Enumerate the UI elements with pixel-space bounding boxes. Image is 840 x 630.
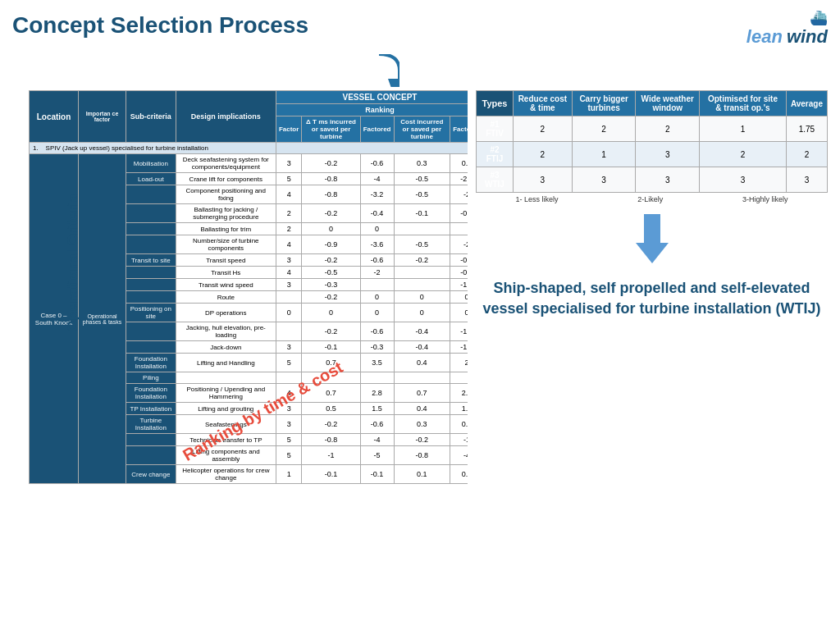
sub-crew: Helicopter operations for crew change	[176, 465, 276, 484]
cat-found: Foundation Installation	[126, 354, 176, 372]
v-n-5: -2	[450, 235, 468, 254]
cat-turb: Turbine Installation	[126, 415, 176, 434]
sub-col-factor: Factor	[276, 116, 301, 143]
leanwind-logo: leanwind	[746, 26, 828, 48]
th-types: Types	[477, 91, 514, 116]
arrow-shaft	[644, 214, 660, 243]
legend-3: 3-Highly likely	[742, 195, 788, 203]
rt-wtij-avg: 3	[786, 167, 827, 193]
page-title: Concept Selection Process	[12, 12, 308, 39]
sub-dp: DP operations	[176, 304, 276, 322]
th-carry: Carry bigger turbines	[572, 91, 636, 116]
legend: 1- Less likely 2-Likely 3-Highly likely	[476, 193, 828, 206]
logo-area: ⛴️ leanwind	[746, 8, 828, 48]
v-ts-4: -0.2	[394, 254, 450, 267]
sub-btrim: Ballasting for trim	[176, 223, 276, 235]
rt-ftij-3: 3	[636, 142, 700, 167]
cat-pos: Positioning on site	[126, 304, 176, 322]
v-ths-2: -0.5	[302, 267, 360, 279]
sub-col-factored1: Factored	[360, 116, 394, 143]
v-j-2: -0.2	[302, 322, 360, 341]
v-crane-5: -2.5	[450, 173, 468, 185]
v-n-1: 4	[276, 235, 301, 254]
v-tp-4: 0.4	[394, 403, 450, 415]
op-phases-cell: Operational phases & tasks	[79, 154, 126, 484]
sub-col-dt: Δ T ms incurred or saved per turbine	[302, 116, 360, 143]
ranking-table-container: Types Reduce cost & time Carry bigger tu…	[476, 90, 828, 206]
sub-crane: Crane lift for components	[176, 173, 276, 185]
v-ts-3: -0.6	[360, 254, 394, 267]
v-ts-1: 3	[276, 254, 301, 267]
v-3-3: -0.6	[360, 154, 394, 173]
main-content: Operational Criteria Ranking by time & c…	[12, 90, 828, 630]
rt-row-3: #3 WTIJ 3 3 3 3 3	[477, 167, 828, 193]
v-bt-5	[450, 223, 468, 235]
th-wide: Wide weather window	[636, 91, 700, 116]
v-ts-5: -0.6	[450, 254, 468, 267]
v-j-3: -0.6	[360, 322, 394, 341]
v-n-3: -3.6	[360, 235, 394, 254]
v-c-5: 0.1	[450, 465, 468, 484]
spiv-empty	[276, 143, 468, 154]
v-bt-1: 2	[276, 223, 301, 235]
cat-tp: TP Installation	[126, 403, 176, 415]
v-3-5: 0.9	[450, 154, 468, 173]
left-table-container: Operational Criteria Ranking by time & c…	[12, 90, 468, 630]
v-l-4: 0.4	[394, 354, 450, 372]
sub-ths: Transit Hs	[176, 267, 276, 279]
cat-mobilisation: Mobilisation	[126, 154, 176, 173]
v-tws-1: 3	[276, 279, 301, 291]
ranking-header: Ranking	[276, 104, 468, 116]
v-tt-4: -0.2	[394, 434, 450, 446]
rt-ftiv-4: 1	[700, 116, 787, 142]
v-b-4: -0.1	[394, 204, 450, 223]
v-crane-1: 5	[276, 173, 301, 185]
sub-tws: Transit wind speed	[176, 279, 276, 291]
sub-col-cost: Cost incurred or saved per turbine	[394, 116, 450, 143]
v-l-1: 5	[276, 354, 301, 372]
sub-route: Route	[176, 291, 276, 304]
rt-wtij-3: 3	[636, 167, 700, 193]
v-r-5: 0	[450, 291, 468, 304]
cat-empty9	[126, 341, 176, 354]
v-tp-5: 1.2	[450, 403, 468, 415]
v-tp-2: 0.5	[302, 403, 360, 415]
header: Concept Selection Process ⛴️ leanwind	[12, 8, 828, 48]
v-bt-3: 0	[360, 223, 394, 235]
col-design: Design implications	[176, 91, 276, 143]
v-b-2: -0.2	[302, 204, 360, 223]
rt-row-1: #1 FTIV 2 2 2 1 1.75	[477, 116, 828, 142]
col-location: Location	[30, 91, 79, 143]
cat-empty1	[126, 185, 176, 204]
cat-empty3	[126, 223, 176, 235]
v-3-1: 3	[276, 154, 301, 173]
sub-ballast: Ballasting for jacking / submerging proc…	[176, 204, 276, 223]
page: Concept Selection Process ⛴️ leanwind Op…	[0, 0, 840, 630]
th-average: Average	[786, 91, 827, 116]
col-subcriteria: Sub-criteria	[126, 91, 176, 143]
sub-ts: Transit speed	[176, 254, 276, 267]
rt-ftiv-1: 2	[513, 116, 572, 142]
cat-empty10	[126, 434, 176, 446]
ranking-table: Types Reduce cost & time Carry bigger tu…	[476, 90, 828, 193]
rt-ftiv-avg: 1.75	[786, 116, 827, 142]
v-p-3	[360, 372, 394, 384]
v-l-3: 3.5	[360, 354, 394, 372]
rt-ftij-4: 2	[700, 142, 787, 167]
v-bt-4	[394, 223, 450, 235]
header-arrow	[0, 54, 828, 87]
v-tws-2: -0.3	[302, 279, 360, 291]
v-comp-3: -3.2	[360, 185, 394, 204]
v-c-3: -0.1	[360, 465, 394, 484]
rt-wtij-2: 3	[572, 167, 636, 193]
cat-empty11	[126, 446, 176, 465]
v-ths-4	[394, 267, 450, 279]
arrow-down-blue	[636, 214, 669, 263]
v-lca-4: -0.8	[394, 446, 450, 465]
case-row: Case 0 – South Knock Operational phases …	[30, 154, 468, 173]
vessel-concept-header: VESSEL CONCEPT	[276, 91, 468, 104]
cat-found2: Foundation Installation	[126, 384, 176, 403]
rt-ftij-2: 1	[572, 142, 636, 167]
th-reduce: Reduce cost & time	[513, 91, 572, 116]
middle-arrow	[476, 212, 828, 265]
